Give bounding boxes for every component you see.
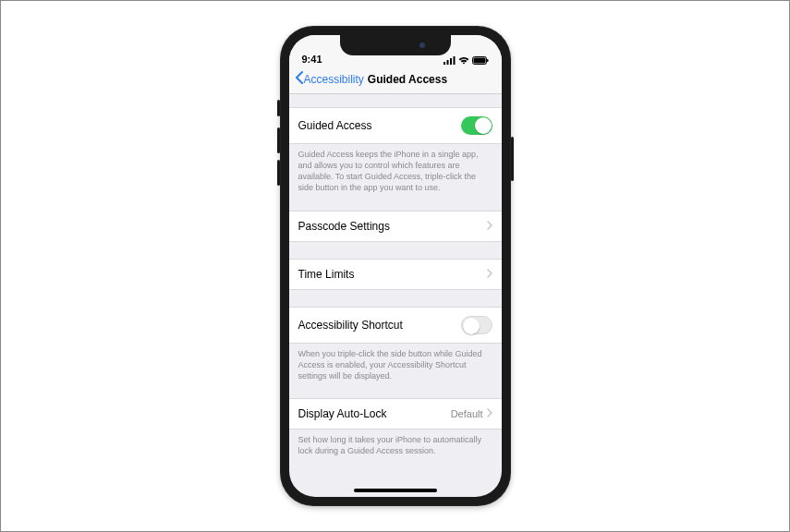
chevron-right-icon bbox=[487, 407, 492, 420]
svg-rect-3 bbox=[453, 56, 455, 65]
wifi-icon bbox=[458, 56, 469, 65]
cellular-icon bbox=[444, 56, 456, 65]
accessibility-shortcut-footer: When you triple-click the side button wh… bbox=[289, 344, 502, 381]
chevron-right-icon bbox=[487, 220, 492, 233]
settings-content: Guided Access Guided Access keeps the iP… bbox=[289, 107, 502, 456]
time-limits-row[interactable]: Time Limits bbox=[289, 259, 502, 290]
back-button[interactable]: Accessibility bbox=[295, 71, 364, 87]
display-auto-lock-value: Default bbox=[451, 408, 483, 419]
svg-rect-5 bbox=[473, 58, 485, 64]
time-limits-label: Time Limits bbox=[298, 268, 487, 281]
screen: 9:41 Accessibility Guided Acces bbox=[289, 35, 502, 497]
back-label: Accessibility bbox=[304, 73, 364, 86]
nav-bar: Accessibility Guided Access bbox=[289, 66, 502, 94]
home-indicator[interactable] bbox=[354, 489, 437, 492]
accessibility-shortcut-row: Accessibility Shortcut bbox=[289, 307, 502, 344]
display-auto-lock-row[interactable]: Display Auto-Lock Default bbox=[289, 398, 502, 429]
chevron-left-icon bbox=[295, 71, 303, 87]
guided-access-label: Guided Access bbox=[298, 119, 461, 132]
battery-icon bbox=[472, 56, 489, 65]
svg-rect-6 bbox=[487, 59, 489, 62]
guided-access-row: Guided Access bbox=[289, 107, 502, 144]
passcode-settings-row[interactable]: Passcode Settings bbox=[289, 211, 502, 242]
passcode-settings-label: Passcode Settings bbox=[298, 220, 487, 233]
svg-rect-1 bbox=[446, 60, 448, 65]
page-title: Guided Access bbox=[368, 73, 447, 86]
accessibility-shortcut-toggle[interactable] bbox=[461, 316, 492, 334]
guided-access-toggle[interactable] bbox=[461, 116, 492, 135]
svg-rect-2 bbox=[450, 58, 452, 65]
notch bbox=[340, 35, 451, 55]
phone-frame: 9:41 Accessibility Guided Acces bbox=[280, 26, 511, 506]
accessibility-shortcut-label: Accessibility Shortcut bbox=[298, 319, 461, 332]
display-auto-lock-footer: Set how long it takes your iPhone to aut… bbox=[289, 429, 502, 456]
chevron-right-icon bbox=[487, 268, 492, 281]
status-time: 9:41 bbox=[302, 54, 322, 65]
guided-access-footer: Guided Access keeps the iPhone in a sing… bbox=[289, 144, 502, 194]
display-auto-lock-label: Display Auto-Lock bbox=[298, 407, 451, 420]
svg-rect-0 bbox=[444, 62, 445, 65]
